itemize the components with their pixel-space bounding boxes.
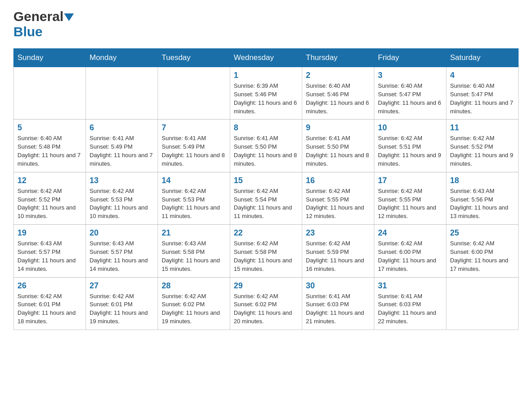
day-number: 17: [378, 176, 442, 185]
day-info: Sunrise: 6:42 AM Sunset: 5:53 PM Dayligh…: [162, 187, 226, 221]
day-info: Sunrise: 6:42 AM Sunset: 5:55 PM Dayligh…: [378, 187, 442, 221]
calendar-cell: 6Sunrise: 6:41 AM Sunset: 5:49 PM Daylig…: [86, 120, 158, 172]
calendar-cell: 2Sunrise: 6:40 AM Sunset: 5:46 PM Daylig…: [302, 67, 374, 120]
day-number: 23: [306, 228, 370, 238]
day-of-week-header: Friday: [374, 49, 446, 67]
day-info: Sunrise: 6:42 AM Sunset: 5:52 PM Dayligh…: [450, 134, 515, 168]
calendar-cell: 17Sunrise: 6:42 AM Sunset: 5:55 PM Dayli…: [374, 172, 446, 224]
day-number: 21: [162, 228, 226, 238]
day-info: Sunrise: 6:40 AM Sunset: 5:48 PM Dayligh…: [17, 134, 82, 168]
calendar-cell: 18Sunrise: 6:43 AM Sunset: 5:56 PM Dayli…: [446, 172, 519, 224]
day-number: 10: [378, 123, 442, 133]
day-number: 11: [450, 123, 515, 133]
day-number: 5: [17, 123, 82, 133]
day-info: Sunrise: 6:43 AM Sunset: 5:58 PM Dayligh…: [162, 240, 226, 273]
day-info: Sunrise: 6:39 AM Sunset: 5:46 PM Dayligh…: [234, 82, 298, 116]
day-of-week-header: Tuesday: [158, 49, 230, 67]
day-of-week-header: Thursday: [302, 49, 374, 67]
day-number: 20: [90, 228, 154, 238]
calendar-cell: 27Sunrise: 6:42 AM Sunset: 6:01 PM Dayli…: [86, 277, 158, 330]
day-info: Sunrise: 6:41 AM Sunset: 5:49 PM Dayligh…: [90, 134, 154, 168]
calendar-cell: 19Sunrise: 6:43 AM Sunset: 5:57 PM Dayli…: [14, 225, 86, 277]
calendar-body: 1Sunrise: 6:39 AM Sunset: 5:46 PM Daylig…: [14, 67, 519, 330]
day-info: Sunrise: 6:40 AM Sunset: 5:46 PM Dayligh…: [306, 82, 370, 116]
calendar-cell: 25Sunrise: 6:42 AM Sunset: 6:00 PM Dayli…: [446, 225, 519, 277]
day-info: Sunrise: 6:42 AM Sunset: 6:02 PM Dayligh…: [234, 292, 298, 326]
day-number: 1: [234, 71, 298, 80]
day-info: Sunrise: 6:43 AM Sunset: 5:56 PM Dayligh…: [450, 187, 515, 221]
day-info: Sunrise: 6:42 AM Sunset: 6:00 PM Dayligh…: [450, 240, 515, 273]
day-number: 9: [306, 123, 370, 133]
calendar-cell: 15Sunrise: 6:42 AM Sunset: 5:54 PM Dayli…: [230, 172, 302, 224]
day-number: 31: [378, 281, 442, 291]
day-number: 26: [17, 281, 82, 291]
calendar-cell: 12Sunrise: 6:42 AM Sunset: 5:52 PM Dayli…: [14, 172, 86, 224]
day-info: Sunrise: 6:43 AM Sunset: 5:57 PM Dayligh…: [90, 240, 154, 273]
day-info: Sunrise: 6:42 AM Sunset: 6:01 PM Dayligh…: [90, 292, 154, 326]
day-of-week-header: Monday: [86, 49, 158, 67]
calendar-cell: 4Sunrise: 6:40 AM Sunset: 5:47 PM Daylig…: [446, 67, 519, 120]
day-number: 24: [378, 228, 442, 238]
calendar-cell: 5Sunrise: 6:40 AM Sunset: 5:48 PM Daylig…: [14, 120, 86, 172]
day-info: Sunrise: 6:42 AM Sunset: 6:00 PM Dayligh…: [378, 240, 442, 273]
calendar-cell: [158, 67, 230, 120]
calendar-cell: 9Sunrise: 6:41 AM Sunset: 5:50 PM Daylig…: [302, 120, 374, 172]
calendar-cell: 21Sunrise: 6:43 AM Sunset: 5:58 PM Dayli…: [158, 225, 230, 277]
day-number: 14: [162, 176, 226, 185]
calendar-week-row: 19Sunrise: 6:43 AM Sunset: 5:57 PM Dayli…: [14, 225, 519, 277]
day-number: 6: [90, 123, 154, 133]
calendar-cell: [446, 277, 519, 330]
calendar-cell: 10Sunrise: 6:42 AM Sunset: 5:51 PM Dayli…: [374, 120, 446, 172]
day-number: 2: [306, 71, 370, 80]
day-info: Sunrise: 6:42 AM Sunset: 5:51 PM Dayligh…: [378, 134, 442, 168]
calendar-table: SundayMondayTuesdayWednesdayThursdayFrid…: [13, 48, 519, 330]
day-number: 25: [450, 228, 515, 238]
day-number: 12: [17, 176, 82, 185]
day-number: 18: [450, 176, 515, 185]
day-number: 13: [90, 176, 154, 185]
calendar-cell: 26Sunrise: 6:42 AM Sunset: 6:01 PM Dayli…: [14, 277, 86, 330]
calendar-cell: 16Sunrise: 6:42 AM Sunset: 5:55 PM Dayli…: [302, 172, 374, 224]
day-of-week-header: Sunday: [14, 49, 86, 67]
page-header: General Blue: [13, 9, 519, 39]
calendar-cell: 30Sunrise: 6:41 AM Sunset: 6:03 PM Dayli…: [302, 277, 374, 330]
calendar-week-row: 5Sunrise: 6:40 AM Sunset: 5:48 PM Daylig…: [14, 120, 519, 172]
day-number: 15: [234, 176, 298, 185]
calendar-cell: 8Sunrise: 6:41 AM Sunset: 5:50 PM Daylig…: [230, 120, 302, 172]
logo-text: General: [13, 9, 64, 24]
calendar-cell: 7Sunrise: 6:41 AM Sunset: 5:49 PM Daylig…: [158, 120, 230, 172]
calendar-cell: [14, 67, 86, 120]
day-number: 28: [162, 281, 226, 291]
day-number: 16: [306, 176, 370, 185]
day-number: 30: [306, 281, 370, 291]
day-info: Sunrise: 6:40 AM Sunset: 5:47 PM Dayligh…: [378, 82, 442, 116]
day-info: Sunrise: 6:41 AM Sunset: 5:50 PM Dayligh…: [306, 134, 370, 168]
day-number: 8: [234, 123, 298, 133]
calendar-cell: 28Sunrise: 6:42 AM Sunset: 6:02 PM Dayli…: [158, 277, 230, 330]
calendar-cell: 20Sunrise: 6:43 AM Sunset: 5:57 PM Dayli…: [86, 225, 158, 277]
day-info: Sunrise: 6:41 AM Sunset: 5:49 PM Dayligh…: [162, 134, 226, 168]
calendar-cell: 31Sunrise: 6:41 AM Sunset: 6:03 PM Dayli…: [374, 277, 446, 330]
day-info: Sunrise: 6:42 AM Sunset: 6:01 PM Dayligh…: [17, 292, 82, 326]
calendar-cell: 13Sunrise: 6:42 AM Sunset: 5:53 PM Dayli…: [86, 172, 158, 224]
day-info: Sunrise: 6:42 AM Sunset: 6:02 PM Dayligh…: [162, 292, 226, 326]
calendar-header: SundayMondayTuesdayWednesdayThursdayFrid…: [14, 49, 519, 67]
day-info: Sunrise: 6:42 AM Sunset: 5:53 PM Dayligh…: [90, 187, 154, 221]
day-of-week-header: Wednesday: [230, 49, 302, 67]
day-info: Sunrise: 6:42 AM Sunset: 5:54 PM Dayligh…: [234, 187, 298, 221]
day-number: 22: [234, 228, 298, 238]
day-info: Sunrise: 6:42 AM Sunset: 5:58 PM Dayligh…: [234, 240, 298, 273]
day-info: Sunrise: 6:42 AM Sunset: 5:59 PM Dayligh…: [306, 240, 370, 273]
day-of-week-header: Saturday: [446, 49, 519, 67]
day-number: 29: [234, 281, 298, 291]
calendar-cell: 29Sunrise: 6:42 AM Sunset: 6:02 PM Dayli…: [230, 277, 302, 330]
logo-triangle-icon: [64, 13, 74, 21]
calendar-cell: 3Sunrise: 6:40 AM Sunset: 5:47 PM Daylig…: [374, 67, 446, 120]
day-info: Sunrise: 6:41 AM Sunset: 6:03 PM Dayligh…: [306, 292, 370, 326]
calendar-cell: 14Sunrise: 6:42 AM Sunset: 5:53 PM Dayli…: [158, 172, 230, 224]
calendar-week-row: 1Sunrise: 6:39 AM Sunset: 5:46 PM Daylig…: [14, 67, 519, 120]
calendar-cell: 24Sunrise: 6:42 AM Sunset: 6:00 PM Dayli…: [374, 225, 446, 277]
day-number: 4: [450, 71, 515, 80]
day-number: 7: [162, 123, 226, 133]
calendar-cell: 1Sunrise: 6:39 AM Sunset: 5:46 PM Daylig…: [230, 67, 302, 120]
